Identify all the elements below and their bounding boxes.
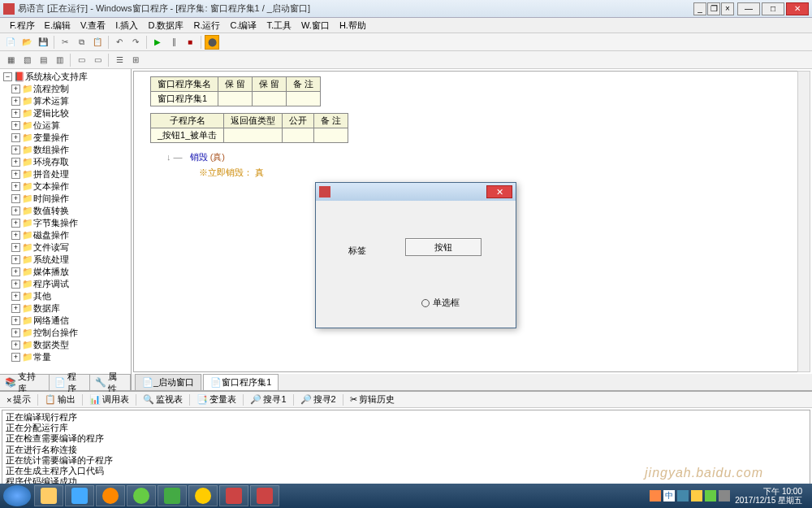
tb-paste-icon[interactable]: 📋 xyxy=(90,35,105,50)
bt-calltable[interactable]: 📊 调用表 xyxy=(86,393,132,406)
left-tab-support[interactable]: 📚 支持库 xyxy=(0,375,50,390)
task-qqmusic[interactable] xyxy=(188,485,218,506)
minimize-button[interactable]: — xyxy=(737,2,760,15)
left-tab-property[interactable]: 🔧 属性 xyxy=(90,375,131,390)
task-folder[interactable] xyxy=(34,485,63,506)
tree-item[interactable]: +📁数值转换 xyxy=(2,205,129,217)
tree-item[interactable]: +📁文本操作 xyxy=(2,180,129,193)
tree-root[interactable]: −📕系统核心支持库 xyxy=(2,71,129,83)
tree-item[interactable]: +📁位运算 xyxy=(2,119,129,132)
tree-item[interactable]: +📁流程控制 xyxy=(2,83,129,95)
task-wmp[interactable] xyxy=(96,485,125,506)
tree-item[interactable]: +📁数据类型 xyxy=(2,339,129,351)
tb-save-icon[interactable]: 💾 xyxy=(36,35,50,50)
menu-help[interactable]: H.帮助 xyxy=(335,18,371,33)
tree-item[interactable]: +📁系统处理 xyxy=(2,254,129,266)
mdi-restore-button[interactable]: ❐ xyxy=(707,2,720,15)
tray-icon[interactable] xyxy=(691,490,702,501)
tree-item[interactable]: +📁程序调试 xyxy=(2,278,129,290)
output-log[interactable]: 正在编译现行程序正在分配运行库正在检查需要编译的程序正在进行名称连接正在统计需要… xyxy=(2,410,810,486)
tb-undo-icon[interactable]: ↶ xyxy=(112,35,127,50)
menu-edit[interactable]: E.编辑 xyxy=(40,18,76,33)
tree-item[interactable]: +📁常量 xyxy=(2,351,129,363)
bt-output[interactable]: 📋 输出 xyxy=(41,393,79,406)
tb-new-icon[interactable]: 📄 xyxy=(3,35,18,50)
menu-insert[interactable]: I.插入 xyxy=(110,18,143,33)
task-360[interactable] xyxy=(127,485,156,506)
tree-item[interactable]: +📁拼音处理 xyxy=(2,168,129,180)
tree-item[interactable]: +📁环境存取 xyxy=(2,156,129,168)
tree-item[interactable]: +📁媒体播放 xyxy=(2,266,129,278)
tray-volume-icon[interactable] xyxy=(719,490,730,501)
tb2-1-icon[interactable]: ▦ xyxy=(3,53,18,67)
tray-icon[interactable] xyxy=(705,490,716,501)
tb-redo-icon[interactable]: ↷ xyxy=(128,35,143,50)
tb-cut-icon[interactable]: ✂ xyxy=(58,35,72,50)
menu-database[interactable]: D.数据库 xyxy=(143,18,188,33)
tree-item[interactable]: +📁逻辑比较 xyxy=(2,107,129,119)
left-tab-program[interactable]: 📄 程序 xyxy=(50,375,90,390)
tb-open-icon[interactable]: 📂 xyxy=(19,35,34,50)
code-line: ↓ — 销毁 (真) xyxy=(150,150,793,165)
tab-programset1[interactable]: 📄 窗口程序集1 xyxy=(203,374,279,390)
vertical-scrollbar[interactable] xyxy=(797,71,810,372)
dialog-button[interactable]: 按钮 xyxy=(405,238,482,256)
tb2-3-icon[interactable]: ▤ xyxy=(36,53,50,67)
menu-compile[interactable]: C.编译 xyxy=(225,18,261,33)
bt-cliphistory[interactable]: ✂ 剪辑历史 xyxy=(347,393,398,406)
tb2-8-icon[interactable]: ⊞ xyxy=(128,53,143,67)
tb2-6-icon[interactable]: ▭ xyxy=(90,53,105,67)
tb-pause-icon[interactable]: ‖ xyxy=(166,35,181,50)
tb2-5-icon[interactable]: ▭ xyxy=(74,53,89,67)
tb-run-icon[interactable]: ▶ xyxy=(150,35,165,50)
dialog-close-button[interactable]: ✕ xyxy=(486,185,512,198)
tree-item[interactable]: +📁变量操作 xyxy=(2,132,129,144)
bt-watch[interactable]: 🔍 监视表 xyxy=(140,393,186,406)
runtime-dialog[interactable]: ✕ 标签 按钮 单选框 xyxy=(315,182,516,328)
tree-item[interactable]: +📁字节集操作 xyxy=(2,217,129,229)
task-app[interactable] xyxy=(250,485,279,506)
bt-search1[interactable]: 🔎 搜寻1 xyxy=(247,393,289,406)
menu-program[interactable]: F.程序 xyxy=(5,18,40,33)
menu-run[interactable]: R.运行 xyxy=(188,18,225,33)
tab-startup-window[interactable]: 📄 _启动窗口 xyxy=(135,374,201,390)
bt-tip[interactable]: × 提示 xyxy=(3,393,34,406)
tb-misc-icon[interactable]: ⬤ xyxy=(205,35,219,50)
tree-item[interactable]: +📁数据库 xyxy=(2,302,129,315)
menu-window[interactable]: W.窗口 xyxy=(296,18,335,33)
tree-item[interactable]: +📁控制台操作 xyxy=(2,327,129,339)
tree-item[interactable]: +📁其他 xyxy=(2,290,129,302)
mdi-close-button[interactable]: × xyxy=(721,2,734,15)
close-button[interactable]: ✕ xyxy=(786,2,809,15)
tb2-2-icon[interactable]: ▧ xyxy=(19,53,34,67)
tree-item[interactable]: +📁文件读写 xyxy=(2,241,129,254)
system-tray[interactable]: 中 下午 10:00 2017/12/15 星期五 xyxy=(650,487,809,505)
menu-view[interactable]: V.查看 xyxy=(76,18,110,33)
dialog-radio[interactable]: 单选框 xyxy=(421,297,460,309)
tb-stop-icon[interactable]: ■ xyxy=(183,35,197,50)
tb2-4-icon[interactable]: ▥ xyxy=(52,53,67,67)
tray-icon[interactable] xyxy=(650,490,661,501)
bt-vartable[interactable]: 📑 变量表 xyxy=(193,393,240,406)
code-comment: ※立即销毁： 真 xyxy=(150,165,793,180)
dialog-titlebar[interactable]: ✕ xyxy=(316,183,516,201)
tree-item[interactable]: +📁磁盘操作 xyxy=(2,229,129,241)
tb-copy-icon[interactable]: ⧉ xyxy=(74,35,89,50)
tray-icon[interactable] xyxy=(677,490,689,501)
task-elang[interactable] xyxy=(219,485,248,506)
tree-item[interactable]: +📁数组操作 xyxy=(2,144,129,156)
task-ie[interactable] xyxy=(65,485,94,506)
start-button[interactable] xyxy=(3,485,31,506)
menu-tools[interactable]: T.工具 xyxy=(261,18,296,33)
support-library-tree[interactable]: −📕系统核心支持库 +📁流程控制+📁算术运算+📁逻辑比较+📁位运算+📁变量操作+… xyxy=(0,69,131,374)
maximize-button[interactable]: □ xyxy=(762,2,784,15)
task-iqiyi[interactable] xyxy=(158,485,187,506)
bt-search2[interactable]: 🔎 搜寻2 xyxy=(297,393,339,406)
tb2-7-icon[interactable]: ☰ xyxy=(112,53,127,67)
tree-item[interactable]: +📁时间操作 xyxy=(2,193,129,205)
tray-ime-icon[interactable]: 中 xyxy=(663,490,675,501)
tree-item[interactable]: +📁算术运算 xyxy=(2,95,129,107)
tray-icons[interactable]: 中 xyxy=(650,490,730,501)
tree-item[interactable]: +📁网络通信 xyxy=(2,315,129,327)
mdi-minimize-button[interactable]: _ xyxy=(693,2,706,15)
